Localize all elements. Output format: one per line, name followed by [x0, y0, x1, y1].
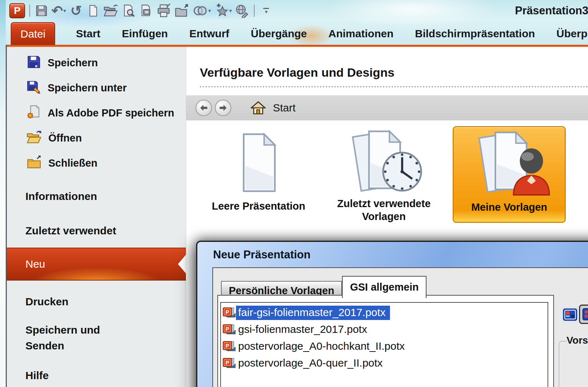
- favorites-icon[interactable]: ▾: [214, 2, 232, 19]
- neue-praesentation-dialog: Neue Präsentation Persönliche Vorlagen G…: [196, 241, 588, 387]
- sidebar-item-speichern-und-senden[interactable]: Speichern und Senden: [7, 322, 129, 354]
- quick-print-icon[interactable]: [156, 2, 171, 19]
- sidebar-item-label: Speichern: [48, 57, 98, 69]
- selected-item-pointer: [178, 255, 186, 273]
- preview-groupbox-border: [559, 341, 567, 387]
- save-as-icon: [26, 80, 41, 96]
- tile-leere-praesentation[interactable]: Leere Präsentation: [202, 126, 315, 223]
- close-folder-icon: [26, 155, 42, 171]
- window-left-edge: [0, 0, 6, 387]
- sidebar-item-hilfe[interactable]: Hilfe: [7, 369, 186, 382]
- tab-start[interactable]: Start: [65, 22, 111, 45]
- back-arrow-icon: [199, 103, 208, 113]
- template-tiles: Leere Präsentation: [202, 126, 566, 223]
- svg-text:P: P: [226, 309, 229, 315]
- undo-icon[interactable]: ↶▾: [52, 2, 66, 19]
- save-icon: [26, 55, 41, 71]
- sidebar-item-label: Öffnen: [48, 132, 82, 144]
- sidebar-item-label: Speichern unter: [48, 82, 127, 94]
- sidebar-item-zuletzt-verwendet[interactable]: Zuletzt verwendet: [7, 225, 186, 237]
- redo-icon[interactable]: ↺: [69, 2, 83, 19]
- tab-gsi-allgemein[interactable]: GSI allgemein: [342, 276, 426, 298]
- tab-ueberpruefen[interactable]: Überprüfen: [546, 22, 588, 45]
- sidebar-item-als-adobe-pdf-speichern[interactable]: Als Adobe PDF speichern: [7, 104, 186, 121]
- list-view-icon: [582, 308, 588, 320]
- potx-file-icon: P: [222, 322, 236, 337]
- sidebar-item-label: Als Adobe PDF speichern: [48, 107, 174, 119]
- open-folder-icon: [26, 130, 42, 146]
- tab-einfuegen[interactable]: Einfügen: [111, 22, 178, 45]
- svg-text:P: P: [226, 343, 229, 349]
- toolbar-separator: [29, 5, 30, 17]
- tab-entwurf[interactable]: Entwurf: [179, 22, 240, 45]
- home-button[interactable]: [251, 101, 266, 115]
- back-button[interactable]: [196, 100, 212, 116]
- recent-templates-icon: [327, 126, 440, 197]
- powerpoint-backstage-window: P ↶▾ ↺ ▾ ▾: [0, 0, 588, 387]
- open-icon[interactable]: [103, 2, 119, 19]
- sidebar-item-informationen[interactable]: Informationen: [7, 190, 186, 202]
- page-title: Verfügbare Vorlagen und Designs: [200, 66, 588, 80]
- ribbon-accent-line: [0, 45, 588, 47]
- quick-access-toolbar: P ↶▾ ↺ ▾ ▾: [9, 1, 273, 20]
- svg-text:P: P: [226, 359, 229, 366]
- backstage-sidebar: Speichern Speichern unter Als Adobe PDF …: [7, 47, 186, 387]
- tab-datei[interactable]: Datei: [11, 22, 55, 45]
- potx-file-icon: P: [222, 306, 236, 320]
- dialog-title: Neue Präsentation: [213, 242, 310, 267]
- svg-text:P: P: [226, 326, 229, 332]
- template-file-list[interactable]: P fair-gsi-folienmaster_2017.potx P gsi-…: [220, 302, 548, 387]
- toolbar-separator: [254, 5, 255, 17]
- shapes-icon[interactable]: ▾: [193, 2, 211, 19]
- tile-zuletzt-verwendete-vorlagen[interactable]: Zuletzt verwendete Vorlagen: [327, 126, 440, 223]
- file-name: postervorlage_A0-hochkant_II.potx: [236, 339, 409, 354]
- large-icon-view-button[interactable]: [562, 307, 579, 322]
- sidebar-item-speichern[interactable]: Speichern: [7, 54, 186, 71]
- breadcrumb: Start: [273, 102, 295, 114]
- new-folder-icon[interactable]: [174, 2, 190, 19]
- sidebar-item-oeffnen[interactable]: Öffnen: [7, 129, 186, 147]
- large-icon-view-icon: [563, 309, 577, 321]
- list-view-button[interactable]: [579, 305, 588, 324]
- sidebar-item-drucken[interactable]: Drucken: [7, 296, 186, 308]
- tab-bildschirmpraesentation[interactable]: Bildschirmpräsentation: [404, 22, 546, 45]
- sidebar-item-neu[interactable]: Neu: [7, 248, 186, 281]
- heading-divider: [200, 86, 588, 87]
- sidebar-item-schliessen[interactable]: Schließen: [7, 154, 186, 172]
- customize-quick-access-icon[interactable]: ▾: [259, 2, 273, 19]
- my-templates-icon: [454, 127, 565, 201]
- powerpoint-logo-icon[interactable]: P: [9, 3, 25, 18]
- tile-label: Zuletzt verwendete Vorlagen: [330, 197, 438, 223]
- list-item[interactable]: P postervorlage_A0-quer_II.potx: [221, 355, 548, 372]
- list-item[interactable]: P gsi-folienmaster_2017.potx: [221, 321, 548, 338]
- tile-meine-vorlagen[interactable]: Meine Vorlagen: [453, 126, 566, 223]
- dialog-tab-page: P fair-gsi-folienmaster_2017.potx P gsi-…: [217, 295, 554, 387]
- tab-uebergaenge[interactable]: Übergänge: [240, 22, 318, 45]
- list-item[interactable]: P postervorlage_A0-hochkant_II.potx: [221, 338, 548, 355]
- adobe-pdf-icon: [26, 105, 41, 121]
- export-document-icon[interactable]: [139, 2, 153, 19]
- forward-button[interactable]: [215, 100, 231, 116]
- tile-label: Leere Präsentation: [212, 200, 305, 212]
- ribbon-tab-bar: Datei Start Einfügen Entwurf Übergänge A…: [11, 22, 588, 45]
- preview-groupbox-label: Vorschau: [567, 335, 588, 346]
- forward-arrow-icon: [218, 103, 228, 113]
- window-title: Präsentation3 -: [515, 4, 588, 17]
- sidebar-item-label: Schließen: [48, 157, 97, 169]
- list-item[interactable]: P fair-gsi-folienmaster_2017.potx: [221, 304, 548, 321]
- dialog-body: Persönliche Vorlagen GSI allgemein P fai…: [212, 267, 588, 387]
- template-navigation-bar: Start: [186, 95, 588, 120]
- sidebar-item-label: Neu: [25, 258, 45, 270]
- tab-animationen[interactable]: Animationen: [318, 22, 404, 45]
- web-publish-icon[interactable]: [235, 2, 250, 19]
- print-preview-icon[interactable]: [122, 2, 136, 19]
- save-icon[interactable]: [34, 2, 49, 19]
- file-name: postervorlage_A0-quer_II.potx: [236, 356, 387, 371]
- potx-file-icon: P: [222, 356, 236, 371]
- new-document-icon[interactable]: [86, 2, 100, 19]
- tile-label: Meine Vorlagen: [471, 201, 547, 214]
- window-frame-line: [6, 45, 7, 387]
- file-name: fair-gsi-folienmaster_2017.potx: [236, 306, 390, 320]
- home-icon: [251, 101, 266, 115]
- sidebar-item-speichern-unter[interactable]: Speichern unter: [7, 79, 186, 96]
